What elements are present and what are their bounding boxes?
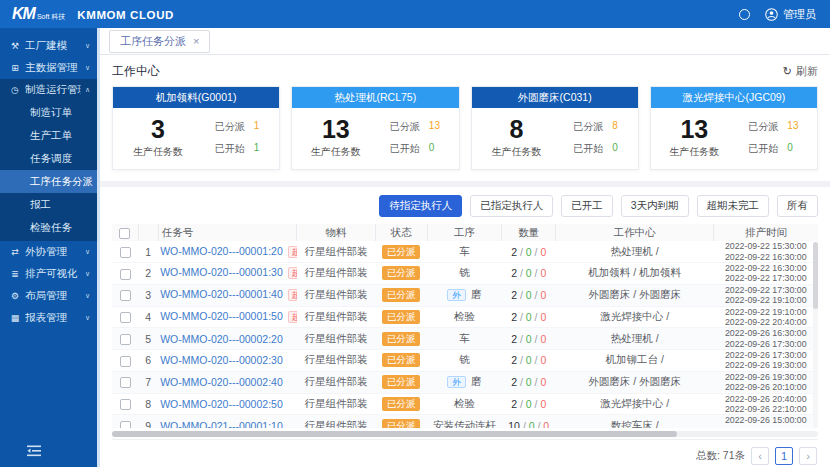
sidebar-item-label: 外协管理: [25, 245, 81, 259]
tab-bar: 工序任务分派 ×: [100, 28, 830, 55]
schedule-visualization-icon: ≣: [9, 269, 21, 279]
workcenter-card[interactable]: 机加领料(G0001)3生产任务数已分派1已开始1: [112, 86, 280, 170]
master-data-icon: ⊞: [9, 63, 21, 73]
next-page-button[interactable]: ›: [799, 447, 817, 465]
row-checkbox[interactable]: [120, 290, 131, 301]
row-checkbox[interactable]: [120, 247, 131, 258]
sidebar-subitem-label: 工序任务分派: [30, 175, 93, 189]
schedule-time-cell: 2022-09-22 15:30:002022-09-22 16:30:00: [714, 241, 819, 262]
workcenter-card[interactable]: 外圆磨床(C031)8生产任务数已分派8已开始0: [471, 86, 639, 170]
workcenter-card-title: 激光焊接中心(JGC09): [651, 87, 817, 108]
overdue-badge: 超期: [288, 246, 297, 258]
sidebar-subitem[interactable]: 报工: [0, 193, 97, 216]
status-cell: 已分派: [375, 328, 427, 350]
process-cell: 检验: [427, 306, 501, 328]
status-badge: 已分派: [382, 353, 421, 367]
collapse-sidebar-icon[interactable]: [27, 445, 41, 460]
filter-button[interactable]: 3天内到期: [621, 195, 689, 217]
sidebar-item-layout[interactable]: ⚙布局管理∨: [0, 285, 97, 307]
sidebar-item-master-data[interactable]: ⊞主数据管理∨: [0, 57, 97, 79]
task-table: 任务号物料状态工序数量工作中心排产时间 1WO-MMO-020---00001:…: [112, 224, 818, 428]
schedule-start-time: 2022-09-22 19:10:00: [716, 307, 817, 317]
sidebar-item-manufacturing-operation[interactable]: ◷制造运行管理∧: [0, 79, 97, 101]
task-no-cell: WO-MMO-020---00002:50: [158, 393, 297, 415]
filter-button[interactable]: 已指定执行人: [470, 195, 553, 217]
process-cell: 车: [427, 328, 501, 350]
filter-button[interactable]: 超期未完工: [697, 195, 770, 217]
outsourced-tag: 外: [447, 289, 466, 301]
vertical-scrollbar-thumb[interactable]: [813, 242, 818, 309]
row-checkbox[interactable]: [120, 399, 131, 410]
task-no-cell: WO-MMO-020---00002:30: [158, 350, 297, 372]
workcenter-card[interactable]: 热处理机(RCL75)13生产任务数已分派13已开始0: [291, 86, 459, 170]
factory-modeling-icon: ⚒: [9, 41, 21, 51]
row-checkbox[interactable]: [120, 312, 131, 323]
qty-finished: 0: [540, 333, 546, 345]
task-no-link[interactable]: WO-MMO-020---00001:30: [160, 266, 283, 278]
task-no-link[interactable]: WO-MMO-020---00002:30: [160, 354, 283, 366]
sidebar-subitem[interactable]: 生产工单: [0, 124, 97, 147]
quantity-cell: 2 / 0 / 0: [502, 328, 556, 350]
row-checkbox[interactable]: [120, 334, 131, 345]
app-logo: KM Soft 科技 KMMOM CLOUD: [12, 5, 174, 23]
sidebar-subitem[interactable]: 检验任务: [0, 216, 97, 239]
started-label: 已开始: [390, 142, 420, 156]
task-no-link[interactable]: WO-MMO-021---00001:10: [160, 420, 283, 428]
filter-button[interactable]: 待指定执行人: [379, 195, 462, 217]
filter-button[interactable]: 已开工: [561, 195, 613, 217]
status-badge: 已分派: [382, 266, 421, 280]
select-all-checkbox[interactable]: [119, 228, 130, 239]
qty-total: 10: [508, 420, 520, 428]
sidebar-subitem[interactable]: 制造订单: [0, 101, 97, 124]
task-no-cell: WO-MMO-020---00002:40: [158, 371, 297, 393]
task-no-link[interactable]: WO-MMO-020---00002:20: [160, 333, 283, 345]
row-index: 8: [138, 393, 158, 415]
schedule-start-time: 2022-09-22 16:30:00: [716, 263, 817, 273]
task-no-link[interactable]: WO-MMO-020---00002:50: [160, 398, 283, 410]
task-no-link[interactable]: WO-MMO-020---00001:20: [160, 245, 283, 257]
started-label: 已开始: [573, 142, 603, 156]
horizontal-scrollbar-thumb[interactable]: [112, 431, 677, 437]
filter-button[interactable]: 所有: [777, 195, 818, 217]
product-name: KMMOM CLOUD: [77, 9, 174, 21]
status-cell: 已分派: [375, 371, 427, 393]
task-no-link[interactable]: WO-MMO-020---00001:50: [160, 310, 283, 322]
sidebar-item-outsourcing[interactable]: ⇄外协管理∨: [0, 241, 97, 263]
refresh-button[interactable]: ↻ 刷新: [783, 64, 818, 79]
tab-process-task-dispatch[interactable]: 工序任务分派 ×: [109, 30, 210, 53]
row-checkbox[interactable]: [120, 377, 131, 388]
workcenter-card[interactable]: 激光焊接中心(JGC09)13生产任务数已分派13已开始0: [650, 86, 818, 170]
close-icon[interactable]: ×: [193, 35, 199, 47]
sidebar-subitem[interactable]: 工序任务分派: [0, 170, 97, 193]
table-row: 1WO-MMO-020---00001:20超期行星组件部装已分派车2 / 0 …: [112, 241, 818, 262]
sidebar-subitem[interactable]: 任务调度: [0, 147, 97, 170]
row-checkbox[interactable]: [120, 421, 131, 428]
table-row: 8WO-MMO-020---00002:50行星组件部装已分派检验2 / 0 /…: [112, 393, 818, 415]
prev-page-button[interactable]: ‹: [751, 447, 769, 465]
main-layout: ⚒工厂建模∨⊞主数据管理∨◷制造运行管理∧制造订单生产工单任务调度工序任务分派报…: [0, 28, 830, 467]
overdue-badge: 超期: [288, 289, 297, 301]
sidebar-item-report[interactable]: ▦报表管理∨: [0, 307, 97, 329]
sidebar-item-schedule-visualization[interactable]: ≣排产可视化∨: [0, 263, 97, 285]
task-no-link[interactable]: WO-MMO-020---00001:40: [160, 288, 283, 300]
status-cell: 已分派: [375, 306, 427, 328]
sidebar-item-factory-modeling[interactable]: ⚒工厂建模∨: [0, 35, 97, 57]
process-name: 铣: [459, 266, 470, 278]
fullscreen-icon[interactable]: [739, 9, 750, 20]
row-checkbox[interactable]: [120, 356, 131, 367]
schedule-start-time: 2022-09-26 20:40:00: [716, 394, 817, 404]
vertical-scrollbar[interactable]: [813, 242, 818, 428]
current-page-button[interactable]: 1: [775, 447, 793, 465]
status-cell: 已分派: [375, 350, 427, 372]
user-menu[interactable]: 管理员: [765, 7, 816, 22]
row-checkbox[interactable]: [120, 269, 131, 280]
started-value: 0: [787, 142, 793, 156]
horizontal-scrollbar[interactable]: [112, 431, 818, 437]
assigned-stat: 已分派8: [573, 120, 618, 134]
workcenter-cell: 热处理机 /: [556, 241, 714, 262]
task-no-link[interactable]: WO-MMO-020---00002:40: [160, 376, 283, 388]
workcenter-panel: 工作中心 ↻ 刷新 机加领料(G0001)3生产任务数已分派1已开始1热处理机(…: [100, 55, 830, 181]
status-badge: 已分派: [382, 397, 421, 411]
started-value: 0: [429, 142, 435, 156]
started-value: 0: [612, 142, 618, 156]
